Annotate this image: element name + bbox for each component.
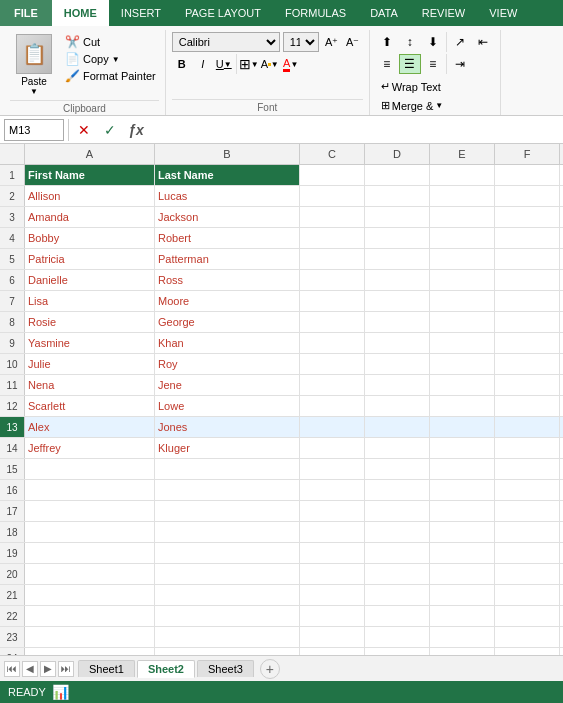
grid-cell[interactable]: [300, 396, 365, 416]
grid-cell[interactable]: [300, 186, 365, 206]
grid-cell[interactable]: [495, 417, 560, 437]
grid-cell[interactable]: [365, 564, 430, 584]
grid-cell[interactable]: [365, 375, 430, 395]
grid-cell[interactable]: [430, 438, 495, 458]
grid-cell[interactable]: [430, 585, 495, 605]
grid-cell[interactable]: [25, 564, 155, 584]
grid-cell[interactable]: [430, 312, 495, 332]
grid-cell[interactable]: [495, 627, 560, 647]
grid-cell[interactable]: [155, 648, 300, 655]
text-direction-button[interactable]: ↗: [449, 32, 471, 52]
grid-cell[interactable]: George: [155, 312, 300, 332]
grid-cell[interactable]: [300, 522, 365, 542]
format-painter-button[interactable]: 🖌️ Format Painter: [62, 68, 159, 84]
sheet-nav-next[interactable]: ▶: [40, 661, 56, 677]
sheet-tab-sheet1[interactable]: Sheet1: [78, 660, 135, 677]
col-header-d[interactable]: D: [365, 144, 430, 164]
tab-review[interactable]: REVIEW: [410, 0, 477, 26]
grid-cell[interactable]: Rosie: [25, 312, 155, 332]
grid-cell[interactable]: [300, 249, 365, 269]
grid-cell[interactable]: [300, 375, 365, 395]
grid-cell[interactable]: [495, 312, 560, 332]
grid-cell[interactable]: [300, 333, 365, 353]
grid-cell[interactable]: Bobby: [25, 228, 155, 248]
grid-cell[interactable]: [25, 585, 155, 605]
grid-cell[interactable]: [430, 501, 495, 521]
grid-cell[interactable]: Amanda: [25, 207, 155, 227]
grid-cell[interactable]: [155, 501, 300, 521]
grid-cell[interactable]: [495, 585, 560, 605]
grid-cell[interactable]: [430, 606, 495, 626]
grid-cell[interactable]: Danielle: [25, 270, 155, 290]
confirm-formula-button[interactable]: ✓: [99, 119, 121, 141]
tab-data[interactable]: DATA: [358, 0, 410, 26]
grid-cell[interactable]: Julie: [25, 354, 155, 374]
grid-cell[interactable]: [495, 354, 560, 374]
decrease-font-size-button[interactable]: A⁻: [343, 32, 363, 52]
insert-function-button[interactable]: ƒx: [125, 119, 147, 141]
grid-cell[interactable]: Lowe: [155, 396, 300, 416]
paste-button[interactable]: 📋 Paste ▼: [10, 32, 58, 98]
grid-cell[interactable]: [365, 333, 430, 353]
grid-cell[interactable]: Moore: [155, 291, 300, 311]
grid-cell[interactable]: [430, 396, 495, 416]
grid-cell[interactable]: [495, 606, 560, 626]
grid-cell[interactable]: [430, 165, 495, 185]
grid-cell[interactable]: [300, 648, 365, 655]
grid-cell[interactable]: [365, 270, 430, 290]
grid-cell[interactable]: [365, 249, 430, 269]
grid-cell[interactable]: Ross: [155, 270, 300, 290]
grid-cell[interactable]: [495, 480, 560, 500]
grid-cell[interactable]: Nena: [25, 375, 155, 395]
grid-cell[interactable]: [155, 480, 300, 500]
grid-cell[interactable]: [300, 270, 365, 290]
grid-cell[interactable]: [365, 627, 430, 647]
grid-cell[interactable]: [300, 606, 365, 626]
font-color-button[interactable]: A ▼: [281, 54, 301, 74]
grid-cell[interactable]: [300, 459, 365, 479]
tab-page-layout[interactable]: PAGE LAYOUT: [173, 0, 273, 26]
grid-cell[interactable]: [25, 522, 155, 542]
grid-cell[interactable]: Robert: [155, 228, 300, 248]
grid-cell[interactable]: [495, 501, 560, 521]
grid-cell[interactable]: Kluger: [155, 438, 300, 458]
grid-cell[interactable]: [495, 186, 560, 206]
grid-cell[interactable]: [365, 207, 430, 227]
grid-cell[interactable]: [365, 585, 430, 605]
grid-cell[interactable]: [430, 627, 495, 647]
sheet-nav-last[interactable]: ⏭: [58, 661, 74, 677]
grid-cell[interactable]: [430, 459, 495, 479]
grid-cell[interactable]: [430, 564, 495, 584]
grid-cell[interactable]: [430, 543, 495, 563]
grid-cell[interactable]: Jones: [155, 417, 300, 437]
grid-cell[interactable]: [300, 228, 365, 248]
grid-cell[interactable]: Alex: [25, 417, 155, 437]
grid-cell[interactable]: [300, 501, 365, 521]
grid-cell[interactable]: Jeffrey: [25, 438, 155, 458]
grid-cell[interactable]: Patterman: [155, 249, 300, 269]
grid-cell[interactable]: [365, 648, 430, 655]
col-header-a[interactable]: A: [25, 144, 155, 164]
grid-cell[interactable]: [495, 270, 560, 290]
sheet-tab-sheet3[interactable]: Sheet3: [197, 660, 254, 677]
grid-cell[interactable]: [430, 648, 495, 655]
grid-cell[interactable]: [155, 543, 300, 563]
grid-cell[interactable]: [430, 186, 495, 206]
tab-view[interactable]: VIEW: [477, 0, 529, 26]
italic-button[interactable]: I: [193, 54, 213, 74]
tab-formulas[interactable]: FORMULAS: [273, 0, 358, 26]
align-left-button[interactable]: ≡: [376, 54, 398, 74]
grid-cell[interactable]: [495, 648, 560, 655]
grid-cell[interactable]: [365, 522, 430, 542]
grid-cell[interactable]: [300, 585, 365, 605]
grid-cell[interactable]: [25, 627, 155, 647]
grid-cell[interactable]: [365, 438, 430, 458]
indent-button[interactable]: ⇤: [472, 32, 494, 52]
sheet-nav-first[interactable]: ⏮: [4, 661, 20, 677]
grid-cell[interactable]: [365, 228, 430, 248]
grid-cell[interactable]: [365, 459, 430, 479]
grid-cell[interactable]: [430, 291, 495, 311]
grid-cell[interactable]: [365, 606, 430, 626]
add-sheet-button[interactable]: +: [260, 659, 280, 679]
grid-cell[interactable]: [430, 480, 495, 500]
